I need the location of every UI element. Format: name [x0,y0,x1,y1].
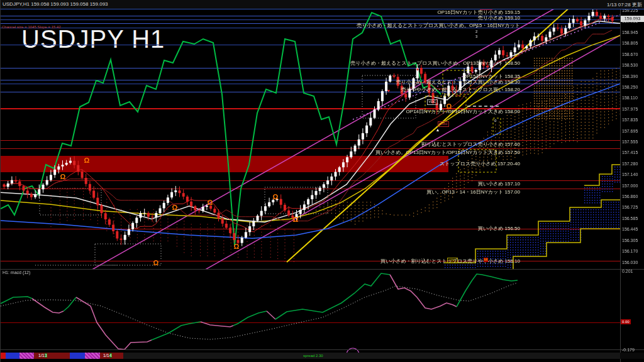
date-label: 1/13 [38,353,47,358]
session-bar[interactable]: 1/131/14spread 2.30 [1,353,644,359]
top-toolbar: USDJPY,H1 159.058 159.093 159.058 159.09… [1,0,644,9]
session-segment [6,353,19,359]
session-segment [1,353,6,359]
session-segment [85,353,100,359]
session-segment [19,353,34,359]
status-text: spread 2.30 [303,354,323,358]
channel-info-label: Channel size = 1045 Slope = 15.42 [2,25,61,29]
chart-window: USDJPY H1 USDJPY,H1 159.058 159.093 159.… [0,0,644,362]
session-segment [123,353,620,359]
chart-canvas[interactable] [1,0,644,362]
session-segment [70,353,85,359]
symbol-ohlc-readout: USDJPY,H1 159.058 159.093 159.058 159.09… [3,1,108,7]
date-label: 1/14 [103,353,112,358]
last-updated-label: 1/13 07:28 更新 [607,1,642,8]
